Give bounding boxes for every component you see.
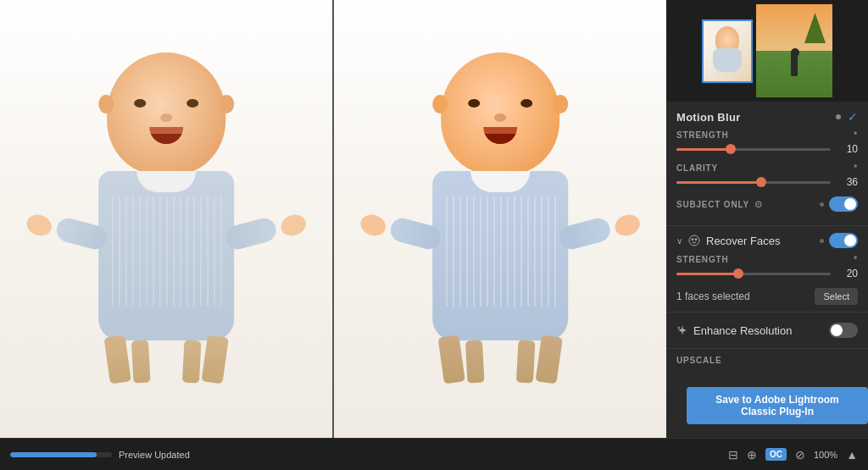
enhance-title-row: Enhance Resolution [676,324,792,337]
clarity-asterisk: * [854,163,858,173]
recover-faces-section: ∨ Recover Faces [666,226,868,312]
save-button-container: Save to Adobe Lightroom Classic Plug-In [666,373,868,438]
faces-count-text: 1 faces selected [676,290,750,302]
motion-blur-title: Motion Blur [676,111,741,124]
face-icon [687,234,701,247]
enhance-resolution-toggle[interactable] [829,323,858,338]
zoom-up-icon[interactable]: ▲ [846,448,858,462]
right-preview-panel [332,0,666,438]
upscale-icon[interactable]: ⊘ [795,448,805,462]
faces-strength-label: STRENGTH * [676,255,858,264]
strength-thumb[interactable] [726,144,736,154]
clarity-fill [676,181,761,184]
recover-faces-dot [820,239,824,243]
strength-slider-row: STRENGTH * 10 [676,130,858,155]
clarity-label: CLARITY * [676,163,858,173]
clarity-track[interactable] [676,181,831,184]
control-panel: Motion Blur ✓ STRENGTH * 10 [666,0,868,438]
progress-fill [10,452,97,457]
recover-faces-knob [844,235,856,246]
subject-only-controls [820,196,858,212]
subject-only-toggle[interactable] [829,196,858,212]
split-icon[interactable]: ⊕ [747,448,757,462]
motion-blur-header: Motion Blur ✓ [676,110,858,124]
preview-status: Preview Updated [10,450,721,460]
toolbar-icons: ⊟ ⊕ OC ⊘ 100% ▲ [728,448,858,462]
strength-slider-container: 10 [676,143,858,155]
faces-asterisk: * [854,255,858,264]
clarity-slider-container: 36 [676,176,858,188]
clarity-value: 36 [837,176,858,188]
strength-track[interactable] [676,148,831,151]
dot-icon [836,114,841,119]
main-area: Motion Blur ✓ STRENGTH * 10 [0,0,868,438]
recover-faces-title-row: ∨ Recover Faces [676,234,780,247]
thumbnail-baby[interactable] [702,19,753,83]
faces-strength-row: STRENGTH * 20 [676,255,858,279]
faces-strength-container: 20 [676,268,858,279]
subject-dot [820,202,824,207]
enhance-toggle-knob [831,324,843,336]
strength-value: 10 [837,143,858,155]
recover-faces-controls [820,233,858,248]
faces-count-row: 1 faces selected Select [676,288,858,305]
recover-faces-title: Recover Faces [706,235,780,247]
enhance-resolution-title: Enhance Resolution [693,324,792,337]
svg-point-0 [689,235,699,246]
subject-only-row: SUBJECT ONLY ⊙ [676,196,858,212]
strength-fill [676,148,731,151]
sparkle-icon [676,324,688,336]
thumbnail-strip [666,0,868,102]
svg-point-1 [692,239,693,241]
subject-icon: ⊙ [754,199,763,210]
check-icon[interactable]: ✓ [848,110,858,124]
upscale-label: UPSCALE [676,356,858,365]
faces-strength-fill [676,273,738,275]
left-preview-panel [0,0,332,438]
enhance-resolution-row: Enhance Resolution [666,312,868,349]
faces-strength-track[interactable] [676,273,831,275]
motion-blur-controls: ✓ [836,110,858,124]
progress-bar [10,452,112,457]
status-text: Preview Updated [119,450,190,460]
clarity-slider-row: CLARITY * 36 [676,163,858,188]
faces-strength-thumb[interactable] [733,268,743,279]
chevron-down-icon[interactable]: ∨ [676,236,682,246]
strength-label: STRENGTH * [676,130,858,140]
subject-toggle-knob [844,198,856,210]
motion-blur-section: Motion Blur ✓ STRENGTH * 10 [666,102,868,226]
zoom-level: 100% [814,450,837,460]
svg-point-2 [695,239,697,241]
bottom-bar: Preview Updated ⊟ ⊕ OC ⊘ 100% ▲ [0,438,868,470]
faces-strength-value: 20 [837,268,858,279]
strength-asterisk: * [854,130,858,140]
save-button[interactable]: Save to Adobe Lightroom Classic Plug-In [687,387,868,424]
select-button[interactable]: Select [815,288,858,305]
oc-badge[interactable]: OC [765,448,787,461]
subject-only-label: SUBJECT ONLY ⊙ [676,199,763,210]
thumbnail-scene[interactable] [753,4,832,97]
upscale-section: UPSCALE [666,349,868,373]
preview-area [0,0,666,438]
compare-icon[interactable]: ⊟ [728,448,738,462]
recover-faces-header: ∨ Recover Faces [676,233,858,248]
recover-faces-toggle[interactable] [829,233,858,248]
clarity-thumb[interactable] [756,177,766,187]
